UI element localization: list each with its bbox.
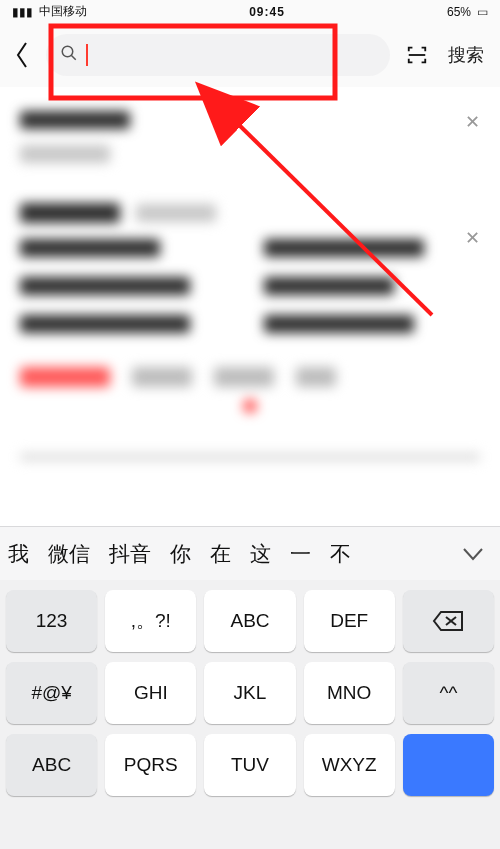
key-confirm[interactable]	[403, 734, 494, 796]
close-icon[interactable]: ✕	[465, 111, 480, 133]
status-time: 09:45	[249, 5, 285, 19]
top-bar: 搜索	[0, 23, 500, 87]
key-def[interactable]: DEF	[304, 590, 395, 652]
suggestion-6[interactable]: 一	[290, 540, 311, 568]
search-input[interactable]	[46, 34, 390, 76]
key-tuv[interactable]: TUV	[204, 734, 295, 796]
search-icon	[60, 44, 78, 66]
key-pqrs[interactable]: PQRS	[105, 734, 196, 796]
suggestion-4[interactable]: 在	[210, 540, 231, 568]
suggestion-2[interactable]: 抖音	[109, 540, 151, 568]
keyboard-collapse-button[interactable]	[450, 534, 496, 574]
text-cursor	[86, 44, 88, 66]
suggestion-3[interactable]: 你	[170, 540, 191, 568]
signal-icon: ▮▮▮	[12, 5, 33, 19]
back-button[interactable]	[4, 33, 40, 77]
close-icon[interactable]: ✕	[465, 227, 480, 249]
key-jkl[interactable]: JKL	[204, 662, 295, 724]
keyboard: 我微信抖音你在这一不 123,。?!ABCDEF#@¥GHIJKLMNO^^AB…	[0, 526, 500, 849]
battery-icon: ▭	[477, 5, 488, 19]
key-mno[interactable]: MNO	[304, 662, 395, 724]
search-button[interactable]: 搜索	[438, 43, 494, 67]
key-wxyz[interactable]: WXYZ	[304, 734, 395, 796]
scan-button[interactable]	[396, 34, 438, 76]
status-bar: ▮▮▮ 中国移动 09:45 65% ▭	[0, 0, 500, 23]
key-symbols[interactable]: #@¥	[6, 662, 97, 724]
key-ghi[interactable]: GHI	[105, 662, 196, 724]
suggestion-5[interactable]: 这	[250, 540, 271, 568]
suggestion-row: 我微信抖音你在这一不	[0, 526, 500, 580]
battery-label: 65%	[447, 5, 471, 19]
suggestion-7[interactable]: 不	[330, 540, 351, 568]
key-punct[interactable]: ,。?!	[105, 590, 196, 652]
suggestion-0[interactable]: 我	[8, 540, 29, 568]
key-emoticon[interactable]: ^^	[403, 662, 494, 724]
content-area: ✕ ✕	[0, 87, 500, 526]
key-backspace[interactable]	[403, 590, 494, 652]
suggestion-1[interactable]: 微信	[48, 540, 90, 568]
svg-point-0	[62, 46, 73, 57]
key-123[interactable]: 123	[6, 590, 97, 652]
carrier-label: 中国移动	[39, 3, 87, 20]
svg-line-1	[71, 55, 76, 60]
key-abc2[interactable]: ABC	[204, 590, 295, 652]
key-mode-abc[interactable]: ABC	[6, 734, 97, 796]
